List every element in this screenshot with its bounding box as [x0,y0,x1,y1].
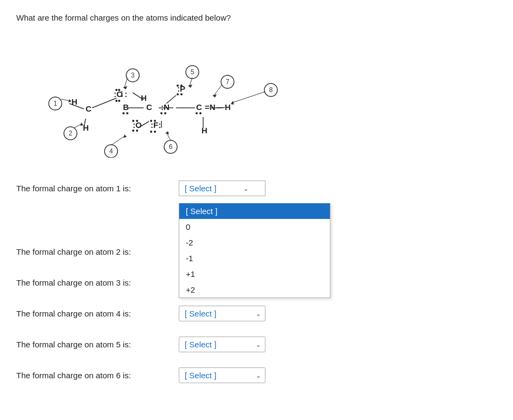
svg-point-82 [154,131,156,133]
svg-text:4: 4 [109,147,113,155]
form-row-6-label: The formal charge on atom 6 is: [16,371,179,380]
svg-text:H: H [83,123,89,132]
svg-point-77 [136,130,138,132]
form-row-3-label: The formal charge on atom 3 is: [16,278,179,287]
svg-line-32 [125,77,127,87]
svg-text:H: H [141,93,147,102]
svg-text:7: 7 [226,78,230,86]
svg-line-42 [233,92,265,102]
svg-point-68 [196,112,198,114]
form-row-5: The formal charge on atom 5 is: [ Select… [16,329,497,360]
svg-line-38 [167,133,171,140]
svg-point-79 [150,120,152,122]
svg-point-61 [180,85,183,87]
svg-line-28 [61,99,69,101]
svg-text:6: 6 [169,143,173,151]
chevron-down-icon: ⌄ [243,185,249,192]
form-row-4: The formal charge on atom 4 is: [ Select… [16,298,497,329]
svg-point-66 [164,112,166,114]
svg-text:5: 5 [191,68,194,76]
svg-text:=N: =N [205,102,216,112]
molecule-diagram: .mol-text { font-family: Arial, sans-ser… [27,33,330,158]
svg-line-34 [111,136,125,145]
svg-marker-35 [124,134,127,138]
svg-point-80 [154,120,156,122]
dropdown-option-neg2[interactable]: -2 [179,235,330,250]
svg-text:i: i [121,89,123,99]
svg-text:H: H [202,126,207,135]
dropdown-atom-1: [ Select ] 0 -2 -1 +1 +2 [179,203,330,298]
svg-text:1: 1 [54,100,57,107]
svg-point-63 [180,93,183,95]
svg-point-65 [160,112,163,114]
select-wrapper-5: [ Select ]0-2-1+1+2 ⌄ [179,337,265,352]
dropdown-option-select[interactable]: [ Select ] [179,203,330,219]
dropdown-option-0[interactable]: 0 [179,219,330,235]
svg-text:2: 2 [69,130,73,137]
svg-line-18 [92,98,116,108]
svg-point-74 [132,120,134,122]
svg-point-52 [115,100,118,102]
svg-text:C: C [86,104,92,113]
select-atom-6[interactable]: [ Select ]0-2-1+1+2 [179,367,265,383]
dropdown-option-pos1[interactable]: +1 [179,266,330,282]
dropdown-option-neg1[interactable]: -1 [179,250,330,266]
svg-point-69 [199,112,202,114]
svg-point-81 [150,131,152,133]
form-row-5-label: The formal charge on atom 5 is: [16,340,179,349]
select-atom-4[interactable]: [ Select ]0-2-1+1+2 [179,306,265,321]
svg-text::: : [125,89,127,99]
svg-point-56 [122,112,125,114]
svg-point-57 [126,112,128,114]
question-title: What are the formal charges on the atoms… [16,13,497,22]
select-wrapper-4: [ Select ]0-2-1+1+2 ⌄ [179,306,265,321]
formal-charge-form: The formal charge on atom 1 is: [ Select… [16,173,497,391]
form-row-1-label: The formal charge on atom 1 is: [16,184,179,193]
svg-point-50 [115,89,118,91]
form-row-6: The formal charge on atom 6 is: [ Select… [16,360,497,391]
svg-text:—H: —H [217,102,231,112]
svg-point-51 [118,89,120,91]
form-row-1: The formal charge on atom 1 is: [ Select… [16,173,497,204]
svg-point-76 [132,130,134,132]
svg-text:H: H [72,97,77,106]
select-atom-1[interactable]: [ Select ] ⌄ [179,180,265,196]
svg-marker-37 [188,85,192,88]
form-row-2-label: The formal charge on atom 2 is: [16,247,179,256]
select-wrapper-1: [ Select ] ⌄ [ Select ] 0 -2 -1 +1 +2 [179,180,265,196]
svg-text:C: C [146,102,152,112]
svg-point-75 [136,120,138,122]
select-wrapper-6: [ Select ]0-2-1+1+2 ⌄ [179,367,265,383]
select-atom-5[interactable]: [ Select ]0-2-1+1+2 [179,337,265,352]
svg-text:C: C [196,102,202,112]
svg-text::F:: :F: [151,120,161,130]
svg-point-60 [177,85,179,87]
svg-text:8: 8 [269,86,273,94]
svg-line-30 [74,124,81,128]
dropdown-option-pos2[interactable]: +2 [179,282,330,298]
svg-marker-43 [231,101,234,105]
svg-text:3: 3 [131,72,135,79]
svg-point-62 [177,93,179,95]
svg-point-53 [118,100,120,102]
svg-text:B: B [123,102,129,112]
svg-text::N: :N [161,102,170,112]
form-row-4-label: The formal charge on atom 4 is: [16,309,179,318]
svg-line-40 [214,85,222,95]
